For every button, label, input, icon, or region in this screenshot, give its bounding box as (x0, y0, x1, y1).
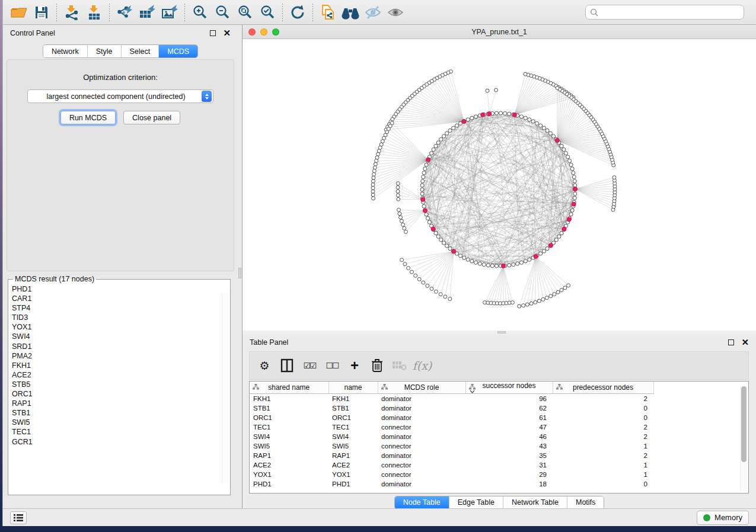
graph-node[interactable] (613, 176, 616, 180)
network-graph[interactable] (243, 39, 756, 331)
graph-node[interactable] (573, 187, 577, 191)
graph-node[interactable] (372, 176, 375, 180)
table-cell[interactable]: dominator (378, 413, 465, 422)
result-node[interactable]: TEC1 (12, 427, 230, 437)
graph-node[interactable] (564, 152, 567, 155)
graph-node[interactable] (562, 227, 566, 231)
graph-node[interactable] (444, 295, 447, 299)
graph-node[interactable] (546, 129, 549, 132)
table-cell[interactable]: YOX1 (328, 470, 378, 479)
result-node[interactable]: FKH1 (12, 361, 230, 370)
tab-node-table[interactable]: Node Table (395, 496, 449, 509)
graph-node[interactable] (570, 167, 574, 171)
graph-node[interactable] (560, 289, 563, 292)
table-cell[interactable]: 2 (553, 451, 653, 460)
table-cell[interactable]: connector (378, 470, 465, 479)
table-scrollbar[interactable] (740, 386, 747, 491)
column-header-shared-name[interactable]: shared name (250, 382, 328, 394)
graph-node[interactable] (572, 175, 576, 179)
table-row[interactable]: STB1STB1dominator620 (250, 403, 653, 413)
tab-network[interactable]: Network (43, 45, 88, 57)
graph-node[interactable] (560, 231, 563, 235)
graph-node[interactable] (569, 163, 573, 166)
graph-node[interactable] (400, 219, 403, 223)
table-cell[interactable]: 1 (553, 470, 653, 479)
result-node[interactable]: SRD1 (12, 342, 230, 351)
float-panel-icon[interactable] (210, 30, 216, 36)
show-all-button[interactable] (384, 2, 407, 23)
search-box[interactable] (585, 5, 744, 20)
graph-node[interactable] (487, 111, 492, 116)
table-row[interactable]: ORC1ORC1dominator610 (250, 413, 653, 422)
graph-node[interactable] (431, 227, 435, 231)
graph-node[interactable] (512, 263, 515, 267)
graph-node[interactable] (401, 223, 405, 226)
graph-node[interactable] (545, 296, 548, 300)
new-network-from-selection-button[interactable] (317, 2, 339, 23)
graph-node[interactable] (556, 290, 560, 294)
vertical-splitter[interactable] (238, 25, 243, 508)
select-all-button[interactable]: ☑☑ (299, 355, 320, 376)
table-cell[interactable]: 2 (553, 432, 653, 441)
table-cell[interactable]: 0 (553, 413, 653, 422)
graph-node[interactable] (546, 246, 549, 250)
splitter-grip[interactable] (238, 268, 241, 278)
result-node[interactable]: ACE2 (12, 370, 230, 380)
open-file-button[interactable] (8, 2, 30, 23)
table-cell[interactable]: connector (378, 422, 465, 432)
graph-node[interactable] (567, 217, 571, 222)
graph-node[interactable] (567, 284, 570, 287)
graph-node[interactable] (537, 299, 541, 303)
graph-node[interactable] (572, 202, 576, 206)
first-neighbors-button[interactable] (339, 2, 362, 23)
graph-node[interactable] (553, 293, 556, 296)
table-cell[interactable]: ACE2 (250, 460, 328, 470)
result-node[interactable]: STP4 (12, 303, 230, 313)
tab-edge-table[interactable]: Edge Table (449, 496, 503, 509)
graph-node[interactable] (560, 144, 563, 148)
graph-node[interactable] (396, 190, 400, 193)
graph-node[interactable] (572, 171, 575, 175)
column-header-predecessor-nodes[interactable]: predecessor nodes (553, 382, 653, 394)
graph-node[interactable] (371, 190, 375, 193)
graph-node[interactable] (519, 115, 523, 118)
column-header-successor-nodes[interactable]: successor nodes (465, 382, 553, 394)
graph-node[interactable] (458, 254, 462, 258)
graph-node[interactable] (421, 180, 425, 183)
result-node[interactable]: STB5 (12, 380, 230, 389)
graph-node[interactable] (495, 111, 498, 115)
tab-style[interactable]: Style (88, 45, 122, 57)
graph-node[interactable] (373, 166, 377, 169)
graph-node[interactable] (466, 118, 470, 121)
graph-node[interactable] (442, 241, 445, 245)
table-cell[interactable]: FKH1 (250, 394, 328, 403)
zoom-selected-button[interactable] (256, 2, 279, 23)
delete-columns-button[interactable] (367, 355, 387, 376)
mcds-result-list[interactable]: PHD1CAR1STP4TID3YOX1SWI4SRD1PMA2FKH1ACE2… (12, 284, 230, 486)
close-panel-icon[interactable]: ✕ (741, 339, 749, 345)
graph-node[interactable] (466, 258, 470, 261)
graph-node[interactable] (551, 134, 555, 138)
table-options-button[interactable]: ⚙ (254, 355, 275, 376)
table-cell[interactable]: TEC1 (250, 422, 328, 432)
graph-node[interactable] (434, 290, 438, 293)
run-mcds-button[interactable]: Run MCDS (60, 111, 116, 124)
table-row[interactable]: FKH1FKH1dominator962 (250, 394, 653, 403)
result-node[interactable]: SWI5 (12, 418, 230, 427)
result-node[interactable]: SWI4 (12, 332, 230, 341)
graph-node[interactable] (414, 274, 417, 277)
deselect-all-button[interactable]: ☐☐ (322, 355, 342, 376)
table-cell[interactable]: 1 (553, 441, 653, 451)
table-cell[interactable]: SWI5 (250, 441, 328, 451)
table-row[interactable]: RAP1RAP1dominator352 (250, 451, 653, 460)
graph-node[interactable] (428, 220, 431, 224)
table-cell[interactable]: dominator (378, 479, 465, 489)
graph-node[interactable] (426, 216, 429, 220)
graph-node[interactable] (396, 194, 400, 197)
table-cell[interactable]: 62 (465, 403, 553, 413)
table-cell[interactable]: SWI4 (250, 432, 328, 441)
graph-node[interactable] (557, 235, 561, 238)
graph-node[interactable] (495, 264, 498, 268)
graph-node[interactable] (562, 148, 566, 151)
table-cell[interactable]: 47 (465, 422, 553, 432)
